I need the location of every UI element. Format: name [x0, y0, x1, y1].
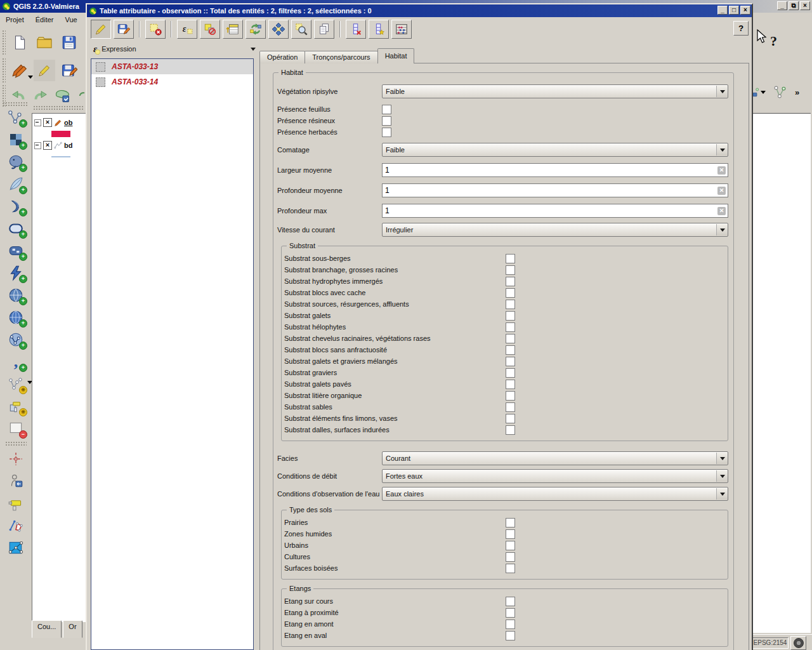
map-canvas[interactable]: [752, 113, 811, 633]
substrat-sables-checkbox[interactable]: [506, 402, 515, 412]
add-oracle-layer-icon[interactable]: +: [6, 219, 26, 237]
new-gpx-layer-icon[interactable]: ✳: [6, 397, 26, 415]
vegetation-ripisylve-combobox[interactable]: Faible: [382, 84, 728, 98]
simplify-feature-icon[interactable]: [53, 86, 72, 105]
add-vector-layer-icon[interactable]: +: [6, 108, 26, 126]
chevron-down-icon[interactable]: [716, 453, 728, 464]
presence-resineux-checkbox[interactable]: [382, 116, 391, 126]
substrat-helophytes-checkbox[interactable]: [506, 322, 515, 332]
add-wms-layer-icon[interactable]: +: [6, 263, 26, 282]
facies-combobox[interactable]: Courant: [382, 451, 728, 465]
add-wcs-globe-layer-icon[interactable]: +: [6, 308, 26, 326]
save-project-icon[interactable]: [58, 32, 80, 53]
panel-drag-handle[interactable]: [33, 105, 84, 110]
etang-sur-cours-checkbox[interactable]: [506, 597, 515, 606]
add-db2-layer-icon[interactable]: +: [6, 241, 26, 260]
toolbar-drag-handle[interactable]: [1, 29, 6, 56]
substrat-hydrophytes-checkbox[interactable]: [506, 277, 515, 286]
tab-habitat[interactable]: Habitat: [377, 48, 415, 63]
menu-projet[interactable]: Projet: [0, 13, 30, 26]
feature-list-item[interactable]: ASTA-033-14: [91, 74, 253, 90]
menu-vue[interactable]: Vue: [60, 13, 83, 26]
labeling-icon[interactable]: [6, 494, 26, 512]
substrat-branchage-checkbox[interactable]: [506, 265, 515, 275]
etang-en-aval-checkbox[interactable]: [506, 631, 515, 640]
invert-selection-button[interactable]: [246, 20, 266, 39]
substrat-galets-graviers-checkbox[interactable]: [506, 357, 515, 366]
substrat-dalles-checkbox[interactable]: [506, 425, 515, 435]
menu-editer[interactable]: Éditer: [30, 13, 60, 26]
zones-humides-checkbox[interactable]: [506, 529, 515, 539]
feature-list-item[interactable]: ASTA-033-13: [91, 59, 253, 74]
toggle-editing-icon[interactable]: [34, 60, 55, 81]
comatage-combobox[interactable]: Faible: [382, 143, 728, 157]
dialog-minimize-button[interactable]: _: [717, 6, 728, 15]
surfaces-boisees-checkbox[interactable]: [506, 564, 515, 573]
prairies-checkbox[interactable]: [506, 518, 515, 527]
largeur-moyenne-input[interactable]: [383, 165, 717, 175]
substrat-elements-fins-checkbox[interactable]: [506, 414, 515, 423]
main-restore-button[interactable]: ⧉: [789, 1, 799, 10]
vitesse-courant-combobox[interactable]: Irrégulier: [382, 223, 728, 237]
save-layer-edits-icon[interactable]: [58, 60, 80, 81]
layer-visibility-checkbox[interactable]: ×: [43, 118, 52, 127]
chevron-down-icon[interactable]: [251, 48, 256, 51]
field-calculator-button[interactable]: [391, 20, 412, 39]
collapse-icon[interactable]: [34, 142, 41, 149]
clear-field-icon[interactable]: ✕: [717, 207, 726, 215]
move-selection-to-top-button[interactable]: [223, 20, 243, 39]
add-raster-layer-icon[interactable]: +: [6, 130, 26, 149]
pan-to-selected-button[interactable]: [268, 20, 289, 39]
identify-features-icon[interactable]: [6, 472, 26, 490]
substrat-sources-checkbox[interactable]: [506, 300, 515, 309]
clear-field-icon[interactable]: ✕: [717, 187, 726, 195]
move-feature-icon[interactable]: [6, 516, 26, 534]
substrat-galets-checkbox[interactable]: [506, 311, 515, 321]
substrat-galets-paves-checkbox[interactable]: [506, 380, 515, 389]
chevron-down-icon[interactable]: [716, 144, 728, 156]
unselect-all-button[interactable]: [145, 20, 166, 39]
chevron-down-icon[interactable]: [716, 224, 728, 235]
profondeur-max-input[interactable]: [383, 206, 717, 216]
etang-en-amont-checkbox[interactable]: [506, 620, 515, 629]
layer-row-bd[interactable]: × bd: [32, 139, 86, 152]
add-delimited-text-layer-icon[interactable]: , +: [6, 352, 26, 371]
tab-troncons-parcours[interactable]: Tronçons/parcours: [304, 51, 377, 63]
add-wcs-layer-icon[interactable]: +: [6, 286, 26, 304]
toolbar-drag-handle[interactable]: [5, 441, 27, 446]
substrat-graviers-checkbox[interactable]: [506, 368, 515, 378]
dialog-close-button[interactable]: ×: [740, 6, 750, 15]
zoom-to-selected-button[interactable]: [291, 20, 311, 39]
substrat-sous-berges-checkbox[interactable]: [506, 254, 515, 263]
cultures-checkbox[interactable]: [506, 552, 515, 562]
substrat-blocs-sans-anfractuosite-checkbox[interactable]: [506, 345, 515, 355]
profondeur-moyenne-input[interactable]: [383, 185, 717, 196]
presence-herbaces-checkbox[interactable]: [382, 128, 391, 137]
add-spatialite-layer-icon[interactable]: +: [6, 175, 26, 193]
add-wfs-layer-icon[interactable]: +: [6, 330, 26, 348]
tab-ordre[interactable]: Or: [63, 620, 82, 638]
main-close-button[interactable]: ×: [800, 1, 810, 10]
new-shapefile-layer-icon[interactable]: ✳: [6, 375, 26, 393]
conditions-debit-combobox[interactable]: Fortes eaux: [382, 469, 728, 483]
open-project-icon[interactable]: [34, 32, 55, 53]
clear-field-icon[interactable]: ✕: [717, 166, 726, 175]
toolbar-extension-button[interactable]: »: [795, 88, 799, 97]
redo-icon[interactable]: [31, 86, 50, 105]
select-by-expression-button[interactable]: ε: [177, 20, 197, 39]
main-minimize-button[interactable]: _: [777, 1, 787, 10]
feature-filter-row[interactable]: ε Expression: [91, 41, 258, 57]
etang-a-proximite-checkbox[interactable]: [506, 608, 515, 618]
delete-column-button[interactable]: [346, 20, 366, 39]
chevron-down-icon[interactable]: [716, 488, 728, 500]
collapse-icon[interactable]: [34, 119, 41, 126]
toggle-editing-button[interactable]: [91, 20, 111, 39]
node-tool-icon[interactable]: [772, 84, 789, 100]
node-editor-icon[interactable]: [6, 538, 26, 557]
toolbar-drag-handle[interactable]: [3, 102, 28, 106]
new-project-icon[interactable]: [9, 32, 30, 53]
crs-settings-button[interactable]: [790, 636, 806, 650]
copy-selected-rows-button[interactable]: [314, 20, 334, 39]
layer-visibility-checkbox[interactable]: ×: [43, 141, 52, 150]
substrat-blocs-avec-cache-checkbox[interactable]: [506, 288, 515, 298]
